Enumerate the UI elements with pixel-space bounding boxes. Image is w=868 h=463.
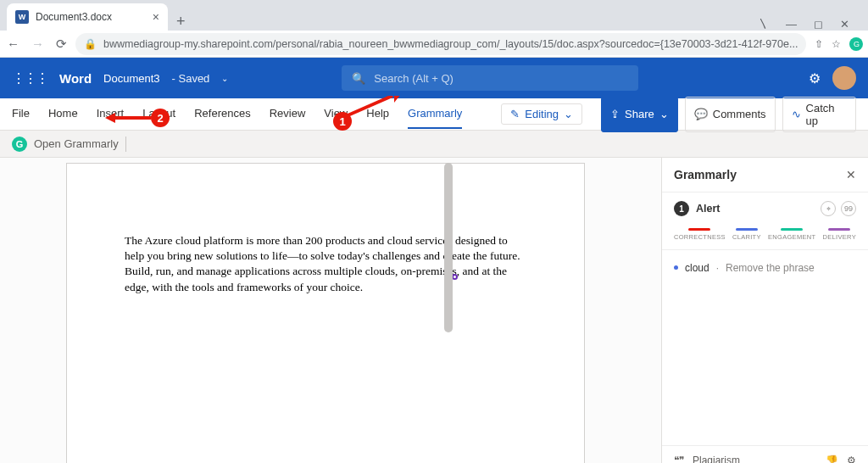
- extension-icons: G ⛨ ✦ ▯ R ⋮: [849, 37, 868, 51]
- panel-title: Grammarly: [674, 168, 846, 181]
- maximize-icon[interactable]: ◻: [814, 18, 823, 31]
- search-icon: 🔍: [352, 72, 365, 85]
- cat-delivery[interactable]: DELIVERY: [823, 228, 856, 241]
- chevron-down-icon: ⌄: [564, 108, 573, 120]
- grammarly-logo-icon: G: [12, 137, 27, 152]
- cat-engagement[interactable]: ENGAGEMENT: [768, 228, 815, 241]
- panel-settings-icon[interactable]: ⚙: [847, 455, 856, 463]
- grammarly-subbar: G Open Grammarly: [0, 131, 868, 158]
- user-avatar[interactable]: [832, 66, 856, 90]
- url-field[interactable]: 🔒 bwwmediagroup-my.sharepoint.com/person…: [75, 33, 806, 55]
- pencil-icon: ✎: [510, 108, 520, 120]
- close-window-icon[interactable]: ✕: [840, 18, 849, 31]
- workspace: The Azure cloud platform is more than 20…: [0, 158, 868, 463]
- search-placeholder: Search (Alt + Q): [374, 72, 453, 85]
- catchup-icon: ∿: [792, 108, 801, 120]
- svg-marker-1: [394, 96, 401, 103]
- editing-mode-button[interactable]: ✎ Editing ⌄: [501, 103, 582, 125]
- app-launcher-icon[interactable]: ⋮⋮⋮: [12, 70, 47, 86]
- window-controls: 〵 — ◻ ✕: [746, 18, 861, 31]
- minimize-icon[interactable]: 〵: [758, 18, 769, 31]
- share-icon: ⇪: [610, 108, 620, 120]
- app-name: Word: [59, 71, 92, 86]
- scrollbar[interactable]: [444, 163, 453, 332]
- cat-clarity[interactable]: CLARITY: [732, 228, 761, 241]
- line-icon[interactable]: —: [786, 18, 797, 31]
- document-name[interactable]: Document3: [103, 72, 159, 85]
- browser-tab[interactable]: W Document3.docx ×: [7, 3, 168, 31]
- word-header: ⋮⋮⋮ Word Document3 - Saved ⌄ 🔍 Search (A…: [0, 58, 868, 98]
- document-page[interactable]: The Azure cloud platform is more than 20…: [66, 163, 585, 463]
- tab-review[interactable]: Review: [270, 99, 306, 129]
- tab-home[interactable]: Home: [48, 99, 78, 129]
- new-tab-button[interactable]: +: [168, 13, 194, 31]
- document-area: The Azure cloud platform is more than 20…: [0, 158, 661, 463]
- tab-references[interactable]: References: [194, 99, 250, 129]
- browser-tab-strip: W Document3.docx × + 〵 — ◻ ✕: [0, 0, 868, 31]
- catch-up-button[interactable]: ∿ Catch up: [782, 97, 856, 132]
- close-panel-icon[interactable]: ✕: [846, 168, 856, 181]
- url-text: bwwmediagroup-my.sharepoint.com/personal…: [103, 38, 798, 50]
- comments-button[interactable]: 💬 Comments: [685, 97, 776, 132]
- share-button[interactable]: ⇪ Share ⌄: [601, 97, 678, 132]
- annotation-arrow-1: 1: [333, 112, 352, 131]
- save-status: - Saved: [172, 72, 210, 85]
- goals-icon[interactable]: ⌖: [821, 201, 836, 216]
- doc-menu-chevron-icon[interactable]: ⌄: [221, 74, 228, 83]
- svg-line-0: [346, 96, 392, 116]
- grammarly-marker-icon[interactable]: [452, 274, 458, 280]
- alert-label: Alert: [696, 203, 814, 215]
- share-url-icon[interactable]: ⇧: [815, 38, 823, 50]
- divider: [125, 137, 126, 152]
- close-tab-icon[interactable]: ×: [153, 10, 159, 24]
- word-favicon-icon: W: [15, 10, 29, 24]
- grammarly-categories: CORRECTNESS CLARITY ENGAGEMENT DELIVERY: [662, 225, 868, 250]
- comment-icon: 💬: [694, 108, 708, 120]
- tab-grammarly[interactable]: Grammarly: [408, 99, 462, 129]
- dislike-icon[interactable]: 👎: [826, 455, 838, 463]
- settings-gear-icon[interactable]: ⚙: [809, 70, 821, 86]
- lock-icon: 🔒: [84, 38, 97, 50]
- tab-file[interactable]: File: [12, 99, 30, 129]
- grammarly-ext-icon[interactable]: G: [849, 37, 863, 51]
- suggestion-item[interactable]: cloud · Remove the phrase: [662, 250, 868, 286]
- annotation-arrow-2: 2: [105, 109, 170, 127]
- reload-icon[interactable]: ⟳: [56, 36, 67, 52]
- bookmark-icon[interactable]: ☆: [832, 38, 841, 50]
- back-icon[interactable]: ←: [7, 36, 19, 52]
- chevron-down-icon: ⌄: [659, 108, 669, 120]
- tab-title: Document3.docx: [36, 11, 146, 23]
- forward-icon: →: [31, 36, 44, 52]
- document-body-text[interactable]: The Azure cloud platform is more than 20…: [125, 233, 526, 295]
- score-badge[interactable]: 99: [841, 201, 856, 216]
- alert-count-badge: 1: [674, 201, 689, 216]
- cat-correctness[interactable]: CORRECTNESS: [674, 228, 726, 241]
- plagiarism-button[interactable]: Plagiarism: [693, 455, 740, 463]
- grammarly-panel: Grammarly ✕ 1 Alert ⌖ 99 CORRECTNESS CLA…: [661, 158, 868, 463]
- plagiarism-icon: ❝❞: [674, 455, 684, 463]
- open-grammarly-button[interactable]: Open Grammarly: [34, 137, 119, 150]
- search-input[interactable]: 🔍 Search (Alt + Q): [342, 65, 638, 91]
- address-bar: ← → ⟳ 🔒 bwwmediagroup-my.sharepoint.com/…: [0, 31, 868, 58]
- suggestion-dot-icon: [674, 265, 678, 270]
